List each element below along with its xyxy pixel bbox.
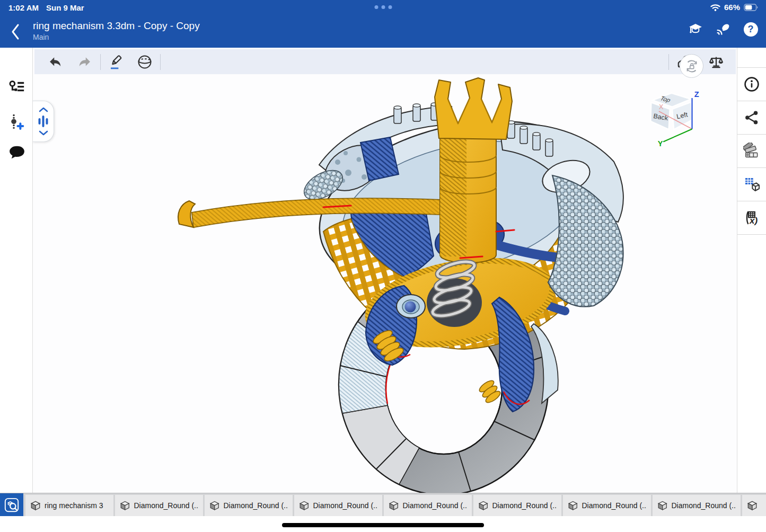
- tab-diamond-round-partial[interactable]: [742, 495, 766, 516]
- search-cube-icon: [4, 497, 20, 513]
- chevron-up-icon: [39, 107, 48, 112]
- orbit-lock-icon: [684, 58, 700, 74]
- axis-z-label: Z: [694, 90, 699, 99]
- graduation-cap-icon: [688, 22, 703, 37]
- tab-ring-mechanism-3[interactable]: ring mechanism 3: [25, 495, 113, 516]
- color-swatches-icon: [743, 143, 760, 159]
- add-node-button[interactable]: [7, 113, 27, 132]
- undo-icon: [48, 56, 63, 68]
- cube-icon: [388, 500, 400, 511]
- cube-icon: [30, 500, 41, 511]
- svg-text:x): x): [749, 216, 758, 226]
- sphere-icon: [137, 54, 153, 70]
- undo-button[interactable]: [44, 52, 66, 72]
- tab-diamond-round-3[interactable]: Diamond_Round (...: [294, 495, 382, 516]
- cube-icon: [567, 500, 579, 511]
- tab-diamond-round-5[interactable]: Diamond_Round (...: [473, 495, 561, 516]
- items-list-icon: [7, 78, 25, 96]
- axis-x-label: X: [659, 103, 664, 111]
- export-x-icon: x): [743, 209, 761, 226]
- help-button[interactable]: ?: [743, 21, 759, 37]
- header-bar: ring mechanism 3.3dm - Copy - Copy Main …: [0, 16, 766, 48]
- model-viewport[interactable]: [33, 75, 737, 493]
- tab-diamond-round-1[interactable]: Diamond_Round (...: [115, 495, 203, 516]
- pencil-connect-icon: [715, 22, 731, 37]
- question-mark-icon: ?: [744, 22, 758, 37]
- main-area: X Z Y Top Back Left: [0, 48, 766, 493]
- document-title: ring mechanism 3.3dm - Copy - Copy: [33, 20, 200, 32]
- tab-diamond-round-7[interactable]: Diamond_Round (...: [653, 495, 741, 516]
- mass-properties-button[interactable]: [705, 52, 727, 72]
- info-icon: [743, 76, 760, 93]
- cube-icon: [298, 500, 310, 511]
- cube-icon: [119, 500, 131, 511]
- tab-diamond-round-4[interactable]: Diamond_Round (...: [384, 495, 472, 516]
- sphere-section-button[interactable]: [134, 52, 156, 72]
- cube-icon: [746, 500, 758, 511]
- comment-bubble-icon: [7, 143, 27, 161]
- comments-button[interactable]: [7, 143, 27, 162]
- history-slider-handle[interactable]: [33, 101, 54, 142]
- chevron-left-icon: [11, 23, 20, 40]
- gold-crown: [435, 78, 512, 139]
- view-cube[interactable]: X Z Y Top Back Left: [641, 85, 704, 148]
- axis-y-label: Y: [658, 139, 663, 148]
- balance-scale-icon: [708, 54, 725, 70]
- multitask-indicator-icon[interactable]: [374, 5, 392, 9]
- sketch-pen-button[interactable]: [105, 52, 127, 72]
- cube-icon: [657, 500, 668, 511]
- canvas-area: X Z Y Top Back Left: [33, 48, 737, 493]
- clock-text: 1:02 AM: [8, 3, 39, 12]
- home-indicator[interactable]: [282, 523, 484, 527]
- orbit-lock-button[interactable]: [680, 54, 703, 78]
- grid-cube-icon: [743, 176, 760, 193]
- bottom-tab-bar: ring mechanism 3 Diamond_Round (... Diam…: [0, 493, 766, 516]
- redo-icon: [77, 56, 92, 68]
- back-button[interactable]: [11, 23, 27, 41]
- share-icon: [744, 110, 760, 126]
- ball-bearing: [397, 295, 425, 318]
- appearance-button[interactable]: [737, 135, 766, 168]
- pen-icon: [108, 54, 124, 70]
- battery-percent: 66%: [724, 3, 740, 12]
- right-sidebar: x): [737, 48, 766, 493]
- status-bar: 1:02 AM Sun 9 Mar 66%: [0, 0, 766, 16]
- share-button[interactable]: [737, 101, 766, 135]
- app-screen: 1:02 AM Sun 9 Mar 66% ring mechanism 3.3…: [0, 0, 766, 532]
- adjust-slider-icon: [37, 114, 49, 129]
- info-button[interactable]: [737, 68, 766, 101]
- tab-diamond-round-6[interactable]: Diamond_Round (...: [563, 495, 651, 516]
- battery-icon: [744, 3, 759, 12]
- redo-button[interactable]: [74, 52, 96, 72]
- tab-diamond-round-2[interactable]: Diamond_Round (...: [205, 495, 293, 516]
- pencil-settings-button[interactable]: [715, 21, 731, 37]
- document-tabs: ring mechanism 3 Diamond_Round (... Diam…: [23, 495, 766, 516]
- views-button[interactable]: [737, 168, 766, 201]
- home-strip: [0, 516, 766, 532]
- items-list-button[interactable]: [7, 78, 27, 97]
- workspace-name: Main: [33, 33, 49, 41]
- learn-button[interactable]: [688, 21, 703, 37]
- chevron-down-icon: [39, 130, 48, 136]
- add-node-icon: [7, 113, 25, 131]
- export-variables-button[interactable]: x): [737, 201, 766, 235]
- project-browser-button[interactable]: [0, 493, 23, 516]
- wifi-icon: [710, 3, 720, 12]
- cube-icon: [209, 500, 221, 511]
- canvas-toolbar: [34, 49, 736, 74]
- date-text: Sun 9 Mar: [46, 3, 84, 12]
- left-sidebar: [0, 48, 33, 493]
- cube-icon: [478, 500, 489, 511]
